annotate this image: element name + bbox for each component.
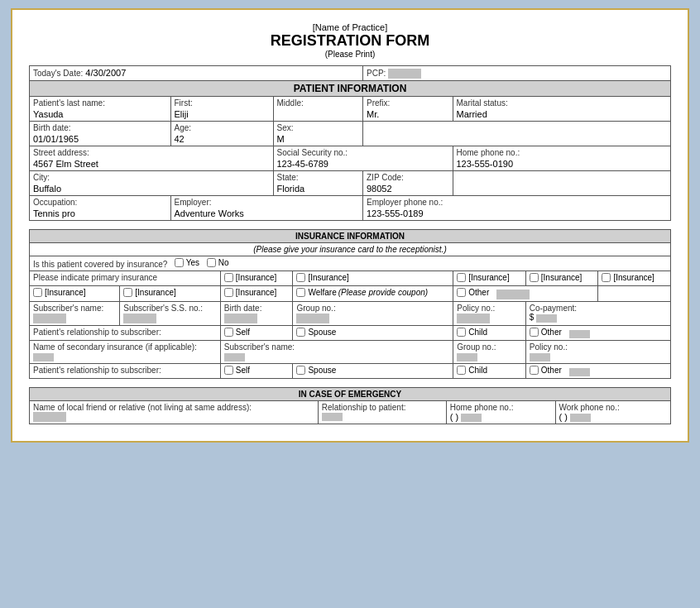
other-check[interactable]	[457, 288, 466, 297]
rel-self-check[interactable]	[224, 328, 233, 337]
rel2-other-box	[569, 368, 590, 376]
rel-label: Patient's relationship to subscriber:	[33, 328, 161, 337]
pcp-label: PCP:	[367, 69, 386, 78]
rel2-label-cell: Patient's relationship to subscriber:	[30, 363, 221, 378]
secondary-group-label: Group no.:	[457, 342, 522, 352]
sex-cell: Sex: M	[273, 122, 363, 146]
covered-row: Is this patient covered by insurance? Ye…	[30, 256, 671, 271]
rel2-spouse-check[interactable]	[296, 366, 305, 375]
marital-cell: Marital status: Married	[453, 97, 671, 122]
occupation-row: Occupation: Tennis pro Employer: Adventu…	[30, 196, 671, 221]
form-main-title: REGISTRATION FORM	[29, 32, 671, 50]
other-value-box	[496, 290, 530, 299]
ins-check-5[interactable]	[602, 273, 611, 282]
rel-spouse-check[interactable]	[296, 328, 305, 337]
ins2-check-3[interactable]	[224, 288, 233, 297]
age-label: Age:	[175, 123, 270, 132]
covered-cell: Is this patient covered by insurance? Ye…	[30, 256, 671, 271]
welfare-note: (Please provide coupon)	[338, 288, 428, 297]
middle-value	[277, 108, 360, 119]
ins2-opt-1: [Insurance]	[30, 286, 120, 302]
pcp-cell: PCP:	[363, 66, 671, 81]
secondary-policy-label: Policy no.:	[530, 342, 667, 352]
ins2-check-2[interactable]	[123, 288, 132, 297]
middle-label: Middle:	[277, 98, 360, 108]
first-name-label: First:	[175, 98, 270, 108]
zip-cell: ZIP Code: 98052	[363, 171, 453, 196]
primary-ins-row1: Please indicate primary insurance [Insur…	[30, 271, 671, 286]
sub-name-box	[33, 314, 66, 323]
sub-ss-box	[123, 314, 156, 323]
rel-self-label: Self	[236, 328, 250, 337]
emergency-header: IN CASE OF EMERGENCY	[30, 387, 671, 400]
ssn-cell: Social Security no.: 123-45-6789	[273, 146, 453, 171]
rel-child-check[interactable]	[457, 328, 466, 337]
ins-check-3[interactable]	[457, 273, 466, 282]
em-friend-label: Name of local friend or relative (not li…	[33, 403, 314, 412]
covered-question: Is this patient covered by insurance?	[33, 260, 167, 269]
date-cell: Today's Date: 4/30/2007	[30, 66, 363, 81]
street-value: 4567 Elm Street	[33, 157, 270, 169]
ins-check-4[interactable]	[530, 273, 539, 282]
ins-label-1: [Insurance]	[236, 273, 276, 282]
rel2-spouse-label: Spouse	[308, 366, 336, 375]
em-home-phone-label: Home phone no.:	[450, 403, 552, 412]
welfare-label: Welfare	[308, 288, 336, 297]
form-title-section: [Name of Practice] REGISTRATION FORM (Pl…	[29, 22, 671, 59]
no-checkbox[interactable]	[207, 258, 216, 267]
insurance-header: INSURANCE INFORMATION	[30, 230, 671, 243]
birth-row: Birth date: 01/01/1965 Age: 42 Sex: M	[30, 122, 671, 146]
em-home-phone-cell: Home phone no.: ( )	[446, 400, 555, 424]
rel2-self-cell: Self	[220, 363, 293, 378]
zip-value: 98052	[367, 182, 449, 194]
rel2-other-check[interactable]	[530, 366, 539, 375]
secondary-group-cell: Group no.:	[453, 341, 526, 363]
insurance-header-row: INSURANCE INFORMATION	[30, 230, 671, 243]
primary-label-cell: Please indicate primary insurance	[30, 271, 221, 286]
welfare-check[interactable]	[296, 288, 305, 297]
no-checkbox-item[interactable]: No	[207, 258, 229, 267]
em-rel-label-cell: Relationship to patient:	[318, 400, 446, 424]
prefix-value: Mr.	[367, 108, 449, 119]
rel2-other-label: Other	[541, 366, 562, 375]
rel2-child-check[interactable]	[457, 366, 466, 375]
first-name-cell: First: Eliji	[170, 97, 273, 122]
sub-name-cell: Subscriber's name:	[30, 302, 120, 325]
secondary-sub-box	[224, 353, 245, 361]
employer-phone-value: 123-555-0189	[367, 207, 667, 218]
secondary-policy-box	[530, 353, 550, 361]
no-label: No	[218, 258, 229, 267]
rel2-other-cell: Other	[525, 363, 670, 378]
rel2-spouse-cell: Spouse	[293, 363, 453, 378]
ins-opt-1: [Insurance]	[220, 271, 293, 286]
occupation-cell: Occupation: Tennis pro	[30, 196, 171, 221]
employer-label: Employer:	[175, 198, 360, 207]
street-cell: Street address: 4567 Elm Street	[30, 146, 274, 171]
sub-birth-label: Birth date:	[224, 304, 290, 313]
occupation-value: Tennis pro	[33, 207, 167, 218]
ins-label-4: [Insurance]	[541, 273, 582, 282]
state-value: Florida	[277, 182, 360, 194]
city-row: City: Buffalo State: Florida ZIP Code: 9…	[30, 171, 671, 196]
ins-opt-4: [Insurance]	[525, 271, 598, 286]
rel-other-check[interactable]	[530, 328, 539, 337]
ins2-check-1[interactable]	[33, 288, 42, 297]
rel2-self-check[interactable]	[224, 366, 233, 375]
ins-check-2[interactable]	[296, 273, 305, 282]
first-name-value: Eliji	[175, 108, 270, 119]
ins2-label-3: [Insurance]	[236, 288, 276, 297]
ins-check-1[interactable]	[224, 273, 233, 282]
em-work-phone-cell: Work phone no.: ( )	[555, 400, 671, 424]
occupation-label: Occupation:	[33, 198, 167, 207]
sub-policy-label: Policy no.:	[457, 304, 522, 313]
name-row: Patient's last name: Yasuda First: Eliji…	[30, 97, 671, 122]
patient-section-header: PATIENT INFORMATION	[30, 81, 671, 97]
ins2-label-2: [Insurance]	[135, 288, 175, 297]
yes-checkbox-item[interactable]: Yes	[175, 258, 199, 267]
rel-spouse-cell: Spouse	[293, 325, 453, 340]
employer-phone-cell: Employer phone no.: 123-555-0189	[363, 196, 671, 221]
relationship-row2: Patient's relationship to subscriber: Se…	[30, 363, 671, 378]
yes-checkbox[interactable]	[175, 258, 184, 267]
secondary-label-cell: Name of secondary insurance (if applicab…	[30, 341, 221, 363]
date-value: 4/30/2007	[85, 66, 126, 78]
